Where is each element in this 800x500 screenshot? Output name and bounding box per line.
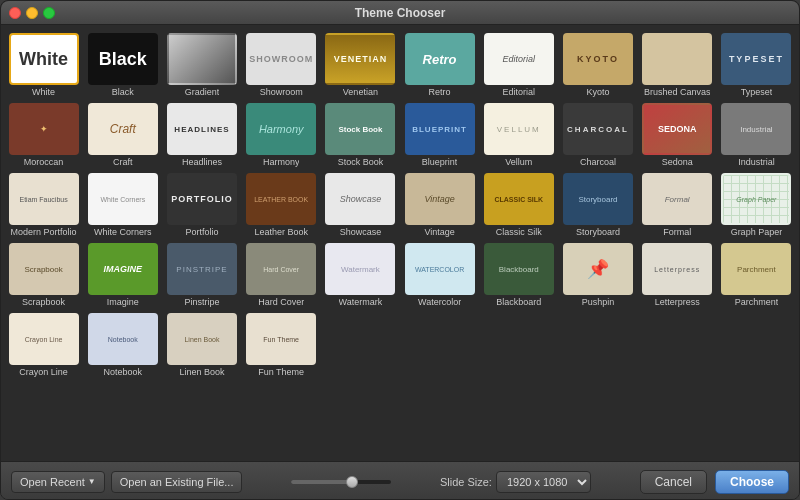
theme-thumb-pushpin: 📌 bbox=[563, 243, 633, 295]
theme-item-whitecorners[interactable]: White CornersWhite Corners bbox=[86, 173, 159, 237]
theme-thumb-editorial: Editorial bbox=[484, 33, 554, 85]
theme-item-funtheme[interactable]: Fun ThemeFun Theme bbox=[245, 313, 318, 377]
theme-item-charcoal[interactable]: CHARCOALCharcoal bbox=[561, 103, 634, 167]
theme-thumb-letterpress: Letterpress bbox=[642, 243, 712, 295]
slide-size-label: Slide Size: bbox=[440, 476, 492, 488]
theme-item-kyoto[interactable]: KYOTOKyoto bbox=[561, 33, 634, 97]
theme-thumb-whitecorners: White Corners bbox=[88, 173, 158, 225]
theme-item-classicsilk[interactable]: CLASSIC SILKClassic Silk bbox=[482, 173, 555, 237]
theme-item-notebook[interactable]: NotebookNotebook bbox=[86, 313, 159, 377]
theme-label-sedona: Sedona bbox=[662, 157, 693, 167]
theme-item-harmony[interactable]: HarmonyHarmony bbox=[245, 103, 318, 167]
zoom-slider-track[interactable] bbox=[291, 480, 391, 484]
theme-thumb-scrapbook: Scrapbook bbox=[9, 243, 79, 295]
close-button[interactable] bbox=[9, 7, 21, 19]
theme-item-industrial[interactable]: IndustrialIndustrial bbox=[720, 103, 793, 167]
theme-item-stockbook[interactable]: Stock BookStock Book bbox=[324, 103, 397, 167]
theme-label-typeset: Typeset bbox=[741, 87, 773, 97]
theme-item-portfolio[interactable]: PORTFOLIOPortfolio bbox=[165, 173, 238, 237]
theme-item-watermark[interactable]: WatermarkWatermark bbox=[324, 243, 397, 307]
theme-item-editorial[interactable]: EditorialEditorial bbox=[482, 33, 555, 97]
theme-item-hardcover[interactable]: Hard CoverHard Cover bbox=[245, 243, 318, 307]
theme-item-black[interactable]: BlackBlack bbox=[86, 33, 159, 97]
slider-area bbox=[291, 480, 391, 484]
theme-thumb-watermark: Watermark bbox=[325, 243, 395, 295]
theme-label-kyoto: Kyoto bbox=[586, 87, 609, 97]
theme-item-pushpin[interactable]: 📌Pushpin bbox=[561, 243, 634, 307]
open-existing-button[interactable]: Open an Existing File... bbox=[111, 471, 243, 493]
theme-item-modernportfolio[interactable]: Etiam FaucibusModern Portfolio bbox=[7, 173, 80, 237]
theme-thumb-showroom: SHOWROOM bbox=[246, 33, 316, 85]
theme-label-letterpress: Letterpress bbox=[655, 297, 700, 307]
theme-item-graphpaper[interactable]: Graph PaperGraph Paper bbox=[720, 173, 793, 237]
slide-size-select[interactable]: 1920 x 1080 1024 x 768 1280 x 800 bbox=[496, 471, 591, 493]
theme-thumb-white: White bbox=[9, 33, 79, 85]
bottom-right-controls: Cancel Choose bbox=[640, 470, 789, 494]
theme-item-sedona[interactable]: SEDONASedona bbox=[641, 103, 714, 167]
theme-item-imagine[interactable]: IMAGINEImagine bbox=[86, 243, 159, 307]
theme-thumb-harmony: Harmony bbox=[246, 103, 316, 155]
theme-thumb-formal: Formal bbox=[642, 173, 712, 225]
title-bar: Theme Chooser bbox=[1, 1, 799, 25]
zoom-slider-thumb[interactable] bbox=[346, 476, 358, 488]
slide-size-area: Slide Size: 1920 x 1080 1024 x 768 1280 … bbox=[440, 471, 591, 493]
theme-item-craft[interactable]: CraftCraft bbox=[86, 103, 159, 167]
theme-item-showroom[interactable]: SHOWROOMShowroom bbox=[245, 33, 318, 97]
minimize-button[interactable] bbox=[26, 7, 38, 19]
theme-item-leatherbook[interactable]: LEATHER BOOKLeather Book bbox=[245, 173, 318, 237]
cancel-label: Cancel bbox=[655, 475, 692, 489]
theme-item-moroccan[interactable]: ✦Moroccan bbox=[7, 103, 80, 167]
dropdown-arrow-icon: ▼ bbox=[88, 477, 96, 486]
traffic-lights bbox=[9, 7, 55, 19]
cancel-button[interactable]: Cancel bbox=[640, 470, 707, 494]
theme-item-letterpress[interactable]: LetterpressLetterpress bbox=[641, 243, 714, 307]
theme-label-funtheme: Fun Theme bbox=[258, 367, 304, 377]
theme-item-vellum[interactable]: VELLUMVellum bbox=[482, 103, 555, 167]
theme-item-formal[interactable]: FormalFormal bbox=[641, 173, 714, 237]
theme-label-linenbook: Linen Book bbox=[179, 367, 224, 377]
theme-label-showroom: Showroom bbox=[260, 87, 303, 97]
theme-item-watercolor[interactable]: WATERCOLORWatercolor bbox=[403, 243, 476, 307]
theme-item-blueprint[interactable]: BLUEPRINTBlueprint bbox=[403, 103, 476, 167]
theme-label-hardcover: Hard Cover bbox=[258, 297, 304, 307]
theme-item-storyboard[interactable]: StoryboardStoryboard bbox=[561, 173, 634, 237]
theme-label-crayonline: Crayon Line bbox=[19, 367, 68, 377]
open-recent-label: Open Recent bbox=[20, 476, 85, 488]
theme-item-venetian[interactable]: VENETIANVenetian bbox=[324, 33, 397, 97]
theme-thumb-charcoal: CHARCOAL bbox=[563, 103, 633, 155]
choose-button[interactable]: Choose bbox=[715, 470, 789, 494]
theme-label-classicsilk: Classic Silk bbox=[496, 227, 542, 237]
theme-thumb-funtheme: Fun Theme bbox=[246, 313, 316, 365]
theme-label-moroccan: Moroccan bbox=[24, 157, 64, 167]
theme-item-headlines[interactable]: HEADLINESHeadlines bbox=[165, 103, 238, 167]
theme-label-notebook: Notebook bbox=[104, 367, 143, 377]
theme-item-showcase[interactable]: ShowcaseShowcase bbox=[324, 173, 397, 237]
theme-label-harmony: Harmony bbox=[263, 157, 300, 167]
theme-item-linenbook[interactable]: Linen BookLinen Book bbox=[165, 313, 238, 377]
theme-thumb-headlines: HEADLINES bbox=[167, 103, 237, 155]
theme-item-retro[interactable]: RetroRetro bbox=[403, 33, 476, 97]
open-recent-button[interactable]: Open Recent ▼ bbox=[11, 471, 105, 493]
theme-item-brushedcanvas[interactable]: Brushed Canvas bbox=[641, 33, 714, 97]
theme-label-retro: Retro bbox=[429, 87, 451, 97]
theme-item-blackboard[interactable]: BlackboardBlackboard bbox=[482, 243, 555, 307]
theme-item-crayonline[interactable]: Crayon LineCrayon Line bbox=[7, 313, 80, 377]
theme-item-vintage[interactable]: VintageVintage bbox=[403, 173, 476, 237]
theme-thumb-linenbook: Linen Book bbox=[167, 313, 237, 365]
theme-item-scrapbook[interactable]: ScrapbookScrapbook bbox=[7, 243, 80, 307]
theme-item-typeset[interactable]: TYPESETTypeset bbox=[720, 33, 793, 97]
theme-item-parchment[interactable]: ParchmentParchment bbox=[720, 243, 793, 307]
theme-label-craft: Craft bbox=[113, 157, 133, 167]
theme-thumb-portfolio: PORTFOLIO bbox=[167, 173, 237, 225]
bottom-left-controls: Open Recent ▼ Open an Existing File... bbox=[11, 471, 242, 493]
theme-item-gradient[interactable]: Gradient bbox=[165, 33, 238, 97]
theme-grid-area: WhiteWhiteBlackBlackGradientSHOWROOMShow… bbox=[1, 25, 799, 461]
theme-thumb-showcase: Showcase bbox=[325, 173, 395, 225]
theme-thumb-crayonline: Crayon Line bbox=[9, 313, 79, 365]
theme-thumb-typeset: TYPESET bbox=[721, 33, 791, 85]
maximize-button[interactable] bbox=[43, 7, 55, 19]
theme-label-headlines: Headlines bbox=[182, 157, 222, 167]
theme-item-white[interactable]: WhiteWhite bbox=[7, 33, 80, 97]
theme-thumb-black: Black bbox=[88, 33, 158, 85]
theme-item-pinstripe[interactable]: PINSTRIPEPinstripe bbox=[165, 243, 238, 307]
